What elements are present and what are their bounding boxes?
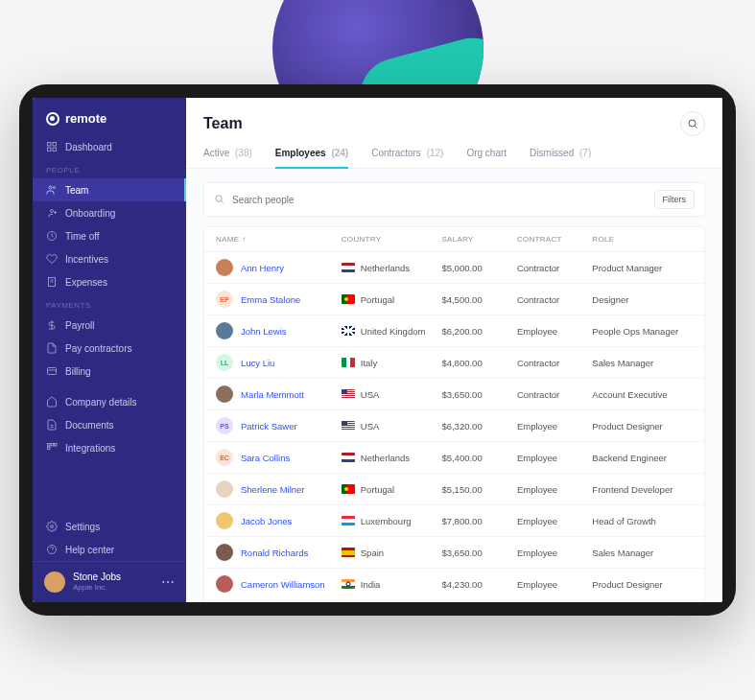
employee-name[interactable]: Lucy Liu — [241, 358, 274, 368]
employee-name[interactable]: Sherlene Milner — [241, 484, 305, 495]
country-label: Netherlands — [361, 453, 410, 463]
sidebar-item-label: Payroll — [65, 320, 95, 331]
tab-employees[interactable]: Employees (24) — [275, 148, 348, 168]
sidebar-item-label: Team — [65, 185, 88, 196]
employee-name[interactable]: John Lewis — [241, 326, 287, 337]
sidebar-item-payroll[interactable]: Payroll — [33, 314, 186, 337]
brand[interactable]: remote — [33, 98, 186, 135]
country-label: Portugal — [361, 294, 394, 305]
table-row[interactable]: PSPatrick SawerUSA$6,320.00EmployeeProdu… — [204, 410, 704, 442]
employee-name[interactable]: Patrick Sawer — [241, 421, 297, 432]
cell-country: United Kingdom — [342, 326, 442, 337]
cell-name: EPEmma Stalone — [216, 291, 342, 308]
cell-salary: $5,150.00 — [441, 484, 516, 495]
country-label: United Kingdom — [361, 326, 426, 337]
tab-dismissed[interactable]: Dismissed (7) — [530, 148, 591, 168]
cell-contract: Employee — [517, 421, 592, 432]
tab-contractors[interactable]: Contractors (12) — [371, 148, 443, 168]
table-row[interactable]: TSEsther HowardGermany$6,820.00EmployeeH… — [204, 600, 704, 602]
sidebar-item-label: Incentives — [65, 254, 108, 265]
avatar — [216, 544, 233, 561]
employee-name[interactable]: Jacob Jones — [241, 516, 292, 526]
sidebar-item-onboarding[interactable]: Onboarding — [33, 201, 186, 224]
user-footer[interactable]: Stone Jobs Apple Inc. ⋯ — [33, 561, 186, 602]
filters-button[interactable]: Filters — [654, 190, 696, 209]
avatar — [216, 259, 233, 276]
tabs: Active (38)Employees (24)Contractors (12… — [186, 136, 722, 169]
svg-point-27 — [216, 195, 222, 200]
cell-contract: Contractor — [517, 358, 592, 368]
tab-org-chart[interactable]: Org chart — [466, 148, 507, 168]
more-icon[interactable]: ⋯ — [161, 574, 175, 590]
user-info: Stone Jobs Apple Inc. — [73, 572, 153, 593]
employee-name[interactable]: Cameron Williamson — [241, 579, 325, 590]
tab-count: (7) — [577, 148, 591, 158]
table-row[interactable]: Sherlene MilnerPortugal$5,150.00Employee… — [204, 474, 704, 505]
sidebar-item-billing[interactable]: Billing — [33, 360, 186, 383]
col-country[interactable]: COUNTRY — [342, 235, 442, 244]
sidebar-item-time-off[interactable]: Time off — [33, 224, 186, 247]
avatar: LL — [216, 354, 233, 371]
employee-name[interactable]: Sara Collins — [241, 453, 290, 463]
cell-country: Italy — [342, 358, 442, 368]
cell-name: John Lewis — [216, 322, 342, 339]
sidebar-item-team[interactable]: Team — [33, 178, 186, 201]
global-search-button[interactable] — [680, 111, 705, 136]
sidebar-item-label: Expenses — [65, 277, 107, 288]
flag-icon — [342, 548, 355, 557]
cell-contract: Contractor — [517, 389, 592, 400]
cell-contract: Employee — [517, 326, 592, 337]
brand-icon — [46, 112, 59, 126]
flag-icon — [342, 484, 355, 494]
employee-name[interactable]: Ann Henry — [241, 263, 284, 273]
sidebar-item-label: Onboarding — [65, 208, 115, 219]
search-input[interactable] — [232, 195, 647, 205]
tab-active[interactable]: Active (38) — [203, 148, 252, 168]
receipt-icon — [46, 276, 58, 288]
sidebar-item-incentives[interactable]: Incentives — [33, 247, 186, 270]
table-row[interactable]: LLLucy LiuItaly$4,800.00ContractorSales … — [204, 347, 704, 379]
col-role[interactable]: ROLE — [592, 235, 693, 244]
home-icon — [46, 396, 58, 408]
cell-role: Product Manager — [592, 263, 693, 273]
table-row[interactable]: ECSara CollinsNetherlands$5,400.00Employ… — [204, 442, 704, 474]
employee-name[interactable]: Emma Stalone — [241, 294, 300, 305]
cell-name: Cameron Williamson — [216, 575, 342, 593]
avatar — [216, 322, 233, 339]
tab-label: Contractors — [371, 148, 421, 158]
employee-name[interactable]: Marla Memmott — [241, 389, 304, 400]
table-row[interactable]: Jacob JonesLuxembourg$7,800.00EmployeeHe… — [204, 505, 704, 537]
sidebar-item-help-center[interactable]: Help center — [33, 538, 186, 561]
cell-contract: Employee — [517, 579, 592, 590]
sidebar-item-pay-contractors[interactable]: Pay contractors — [33, 337, 186, 360]
table-row[interactable]: Ronald RichardsSpain$3,650.00EmployeeSal… — [204, 537, 704, 569]
flag-icon — [342, 294, 355, 304]
svg-line-28 — [222, 200, 224, 202]
sidebar-item-documents[interactable]: Documents — [33, 413, 186, 436]
sidebar-item-integrations[interactable]: Integrations — [33, 436, 186, 459]
cell-country: Spain — [342, 548, 442, 558]
sidebar-item-settings[interactable]: Settings — [33, 515, 186, 538]
table-row[interactable]: Ann HenryNetherlands$5,000.00ContractorP… — [204, 252, 704, 284]
table-row[interactable]: EPEmma StalonePortugal$4,500.00Contracto… — [204, 284, 704, 315]
sidebar-item-company-details[interactable]: Company details — [33, 390, 186, 413]
col-salary[interactable]: SALARY — [441, 235, 516, 244]
col-contract[interactable]: CONTRACT — [517, 235, 592, 244]
sidebar-item-label: Billing — [65, 366, 91, 377]
sidebar-item-label: Time off — [65, 231, 100, 242]
sidebar-item-label: Company details — [65, 397, 136, 408]
cell-name: LLLucy Liu — [216, 354, 342, 371]
sidebar-section-label: PEOPLE — [33, 158, 186, 178]
sidebar-item-dashboard[interactable]: Dashboard — [33, 135, 186, 158]
table-row[interactable]: Cameron WilliamsonIndia$4,230.00Employee… — [204, 569, 704, 600]
table-row[interactable]: John LewisUnited Kingdom$6,200.00Employe… — [204, 315, 704, 347]
col-name[interactable]: NAME↑ — [216, 235, 342, 244]
avatar — [216, 385, 233, 403]
svg-rect-18 — [48, 444, 51, 447]
sidebar-item-expenses[interactable]: Expenses — [33, 270, 186, 293]
table-row[interactable]: Marla MemmottUSA$3,650.00ContractorAccou… — [204, 379, 704, 410]
avatar — [216, 575, 233, 593]
flag-icon — [342, 421, 355, 431]
employee-name[interactable]: Ronald Richards — [241, 548, 308, 558]
billing-icon — [46, 365, 58, 377]
